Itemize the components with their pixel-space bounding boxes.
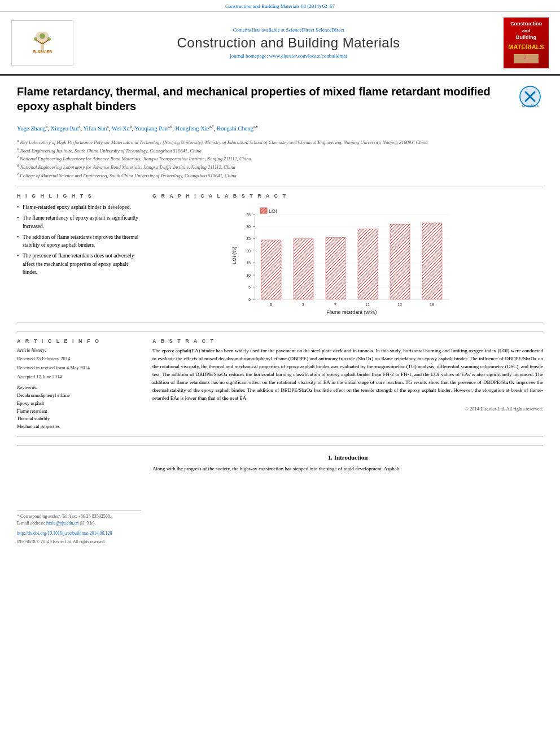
keywords-label: Keywords: xyxy=(17,385,141,390)
svg-rect-10 xyxy=(514,59,527,63)
section-divider-3 xyxy=(17,436,543,436)
introduction-section: * Corresponding author. Tel./fax: +86 25… xyxy=(17,445,543,545)
bar-19 xyxy=(422,223,442,299)
article-title-section: Flame retardancy, thermal, and mechanica… xyxy=(17,84,543,118)
authors-line: Yuge Zhanga, Xingyu Pana, Yifan Suna, We… xyxy=(17,124,543,133)
author-xingyu-pan: Xingyu Pan xyxy=(50,125,78,132)
highlight-item-2: The flame retardancy of epoxy asphalt is… xyxy=(17,214,141,230)
section-divider-2 xyxy=(17,322,543,322)
sciencedirect-link-text[interactable]: ScienceDirect xyxy=(316,27,344,33)
crossmark-badge: CrossMark xyxy=(518,84,543,110)
received-date: Received 25 February 2014 xyxy=(17,355,141,362)
svg-text:30: 30 xyxy=(246,225,251,229)
journal-header: ELSEVIER Contents lists available at Sci… xyxy=(0,12,560,76)
keyword-3: Flame retardant xyxy=(17,408,141,416)
author-yuge-zhang: Yuge Zhang xyxy=(17,125,46,132)
loi-chart: LOI LOI (%) 0 5 10 xyxy=(152,203,543,316)
svg-rect-11 xyxy=(528,59,539,63)
bar-7 xyxy=(326,238,345,299)
introduction-heading: 1. Introduction xyxy=(152,454,543,461)
svg-text:11: 11 xyxy=(365,303,370,307)
svg-text:LOI (%): LOI (%) xyxy=(231,247,237,264)
svg-text:CrossMark: CrossMark xyxy=(522,104,539,107)
keyword-5: Mechanical properties xyxy=(17,423,141,431)
svg-text:3: 3 xyxy=(302,303,304,307)
brick-pattern-icon xyxy=(507,54,545,65)
journal-homepage: journal homepage: www.elsevier.com/locat… xyxy=(73,53,504,59)
affiliations: a Key Laboratory of High Performance Pol… xyxy=(17,138,543,179)
article-title: Flame retardancy, thermal, and mechanica… xyxy=(17,84,509,113)
abstract-label: A B S T R A C T xyxy=(152,338,543,344)
bar-0 xyxy=(261,240,281,299)
svg-point-5 xyxy=(47,37,51,41)
highlight-item-1: Flame-retarded epoxy asphalt binder is d… xyxy=(17,203,141,211)
journal-thumbnail: Construction and Building MATERIALS xyxy=(504,18,549,68)
sciencedirect-text: Contents lists available at ScienceDirec… xyxy=(73,27,504,33)
keyword-4: Thermal stability xyxy=(17,415,141,423)
issn-text: 0950-0618/© 2014 Elsevier Ltd. All right… xyxy=(17,539,141,545)
abstract-column: A B S T R A C T The epoxy asphalt(EA) bi… xyxy=(152,338,543,430)
email-person: (H. Xie). xyxy=(80,521,96,526)
svg-rect-9 xyxy=(526,54,539,59)
svg-point-4 xyxy=(34,37,37,41)
article-info-label: A R T I C L E I N F O xyxy=(17,338,141,344)
author-rongshi-cheng: Rongshi Cheng xyxy=(217,125,253,132)
highlight-item-3: The addition of flame retardants improve… xyxy=(17,233,141,250)
author-wei-xu: Wei Xu xyxy=(112,125,130,132)
article-history-label: Article history: xyxy=(17,347,141,353)
footnotes-column: * Corresponding author. Tel./fax: +86 25… xyxy=(17,454,141,545)
elsevier-tree-icon: ELSEVIER xyxy=(25,32,59,54)
svg-rect-8 xyxy=(514,54,524,59)
author-yifan-sun: Yifan Sun xyxy=(83,125,107,132)
corresponding-author-note: * Corresponding author. Tel./fax: +86 25… xyxy=(17,510,141,527)
journal-ref-text: Construction and Building Materials 68 (… xyxy=(225,3,335,9)
bar-11 xyxy=(358,229,378,299)
highlights-graphical-section: H I G H L I G H T S Flame-retarded epoxy… xyxy=(17,193,543,316)
doi-link[interactable]: http://dx.doi.org/10.1016/j.conbuildmat.… xyxy=(17,530,141,537)
highlight-item-4: The presence of flame retardants does no… xyxy=(17,252,141,276)
introduction-text-column: 1. Introduction Along with the progress … xyxy=(152,454,543,545)
bar-15 xyxy=(390,224,410,299)
svg-text:0: 0 xyxy=(270,303,272,307)
highlights-column: H I G H L I G H T S Flame-retarded epoxy… xyxy=(17,193,141,316)
svg-text:35: 35 xyxy=(246,213,251,217)
graphical-abstract-label: G R A P H I C A L A B S T R A C T xyxy=(152,193,543,199)
journal-url[interactable]: www.elsevier.com/locate/conbuildmat xyxy=(269,53,347,59)
keywords-section: Keywords: Decabromodiphenyl ethane Epoxy… xyxy=(17,385,141,430)
received-revised-date: Received in revised form 4 May 2014 xyxy=(17,364,141,372)
svg-text:10: 10 xyxy=(246,273,251,277)
keyword-1: Decabromodiphenyl ethane xyxy=(17,392,141,400)
svg-text:25: 25 xyxy=(246,237,251,241)
svg-text:15: 15 xyxy=(246,261,251,265)
loi-chart-svg: LOI LOI (%) 0 5 10 xyxy=(152,203,543,316)
article-info-abstract-section: A R T I C L E I N F O Article history: R… xyxy=(17,331,543,430)
journal-reference-bar: Construction and Building Materials 68 (… xyxy=(0,0,560,12)
svg-rect-19 xyxy=(260,208,267,213)
svg-text:15: 15 xyxy=(397,303,402,307)
introduction-body: Along with the progress of the society, … xyxy=(152,465,543,473)
svg-text:5: 5 xyxy=(248,285,251,289)
bar-3 xyxy=(294,239,313,299)
journal-center-info: Contents lists available at ScienceDirec… xyxy=(73,27,504,59)
abstract-text: The epoxy asphalt(EA) binder has been wi… xyxy=(152,347,543,403)
article-content: Flame retardancy, thermal, and mechanica… xyxy=(0,76,560,554)
email-label: E-mail address: xyxy=(17,521,45,526)
svg-text:ELSEVIER: ELSEVIER xyxy=(33,50,53,54)
crossmark-icon: CrossMark xyxy=(518,84,543,110)
corresponding-email[interactable]: hfxie@nju.edu.cn xyxy=(46,521,78,526)
author-hongfeng-xie: Hongfeng Xie xyxy=(176,125,209,132)
journal-title: Construction and Building Materials xyxy=(73,35,504,51)
highlights-list: Flame-retarded epoxy asphalt binder is d… xyxy=(17,203,141,276)
svg-text:19: 19 xyxy=(430,303,434,307)
keyword-2: Epoxy asphalt xyxy=(17,400,141,408)
article-info-column: A R T I C L E I N F O Article history: R… xyxy=(17,338,141,430)
author-youqiang-pan: Youqiang Pan xyxy=(134,125,168,132)
highlights-label: H I G H L I G H T S xyxy=(17,193,141,199)
svg-text:0: 0 xyxy=(248,298,251,302)
svg-text:20: 20 xyxy=(246,249,251,253)
elsevier-logo: ELSEVIER xyxy=(11,20,73,65)
svg-text:LOI: LOI xyxy=(269,208,277,214)
copyright-text: © 2014 Elsevier Ltd. All rights reserved… xyxy=(152,406,543,412)
svg-text:Flame retardant (wt%): Flame retardant (wt%) xyxy=(326,309,377,315)
graphical-abstract-column: G R A P H I C A L A B S T R A C T LOI xyxy=(152,193,543,316)
